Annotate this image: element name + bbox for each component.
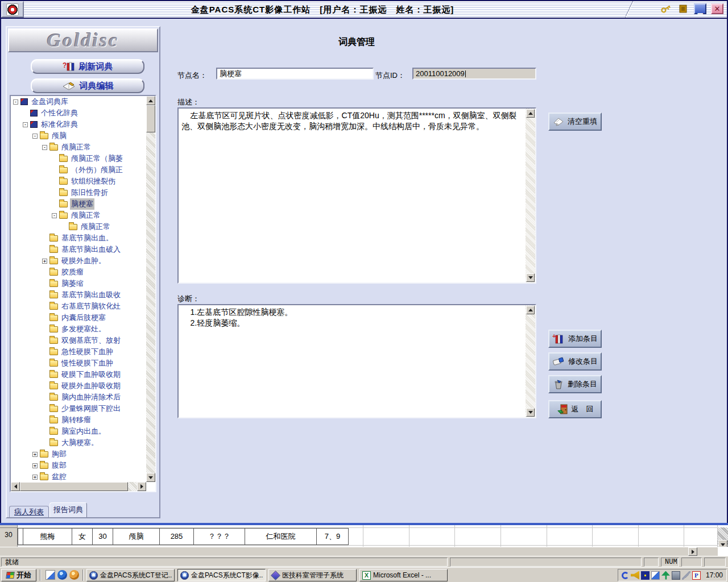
scroll-right-arrow[interactable] — [688, 547, 697, 556]
app-icon-box[interactable] — [1, 1, 24, 18]
tree-vertical-scrollbar[interactable] — [146, 96, 155, 482]
tree-item[interactable]: 基底节脑出血破入 — [11, 244, 146, 255]
description-textarea[interactable]: 左基底节区可见斑片状、点状密度减低影，CT值20Hu，测其范围*****cm，双… — [177, 107, 536, 284]
scroll-up-arrow[interactable] — [526, 306, 535, 314]
tab-report-dictionary[interactable]: 报告词典 — [49, 502, 87, 517]
tree-item[interactable]: 慢性硬膜下血肿 — [11, 357, 146, 369]
expander-plus-icon[interactable]: + — [42, 259, 47, 264]
expander-minus-icon[interactable]: - — [42, 145, 47, 150]
tree-item[interactable]: +腹部 — [11, 460, 146, 471]
tree-item[interactable]: 脑梗塞 — [11, 198, 146, 210]
excel-empty-cell[interactable] — [501, 525, 547, 547]
scrollbar-thumb[interactable] — [611, 547, 688, 556]
tree-item[interactable]: +硬膜外血肿。 — [11, 255, 146, 267]
scroll-down-arrow[interactable] — [526, 408, 535, 417]
modify-entry-button[interactable]: 修改条目 — [548, 352, 602, 371]
scrollbar-thumb[interactable] — [20, 482, 128, 491]
scroll-up-arrow[interactable] — [526, 109, 535, 118]
tree-item[interactable]: -金盘词典库 — [11, 96, 146, 107]
network-icon[interactable] — [672, 571, 680, 580]
excel-cell[interactable]: 熊梅 — [23, 528, 72, 545]
tree-item[interactable]: 硬膜下血肿吸收期 — [11, 369, 146, 380]
key-icon[interactable] — [660, 3, 672, 14]
tree-item[interactable]: 右基底节脑软化灶 — [11, 301, 146, 312]
start-button[interactable]: 开始 — [1, 569, 36, 581]
tree-item[interactable]: -颅脑正常 — [11, 142, 146, 153]
tree-item[interactable]: 基底节脑出血吸收 — [11, 289, 146, 301]
tree-item[interactable]: 脑转移瘤 — [11, 414, 146, 426]
pencil-icon[interactable] — [682, 571, 690, 580]
excel-cell[interactable]: 30 — [93, 528, 113, 545]
brush-icon[interactable] — [651, 571, 660, 580]
editor-icon[interactable] — [46, 570, 55, 580]
p-flag-icon[interactable] — [692, 571, 701, 580]
face-icon[interactable] — [69, 570, 79, 580]
volume-box-icon[interactable] — [641, 571, 650, 580]
excel-empty-cell[interactable] — [363, 525, 410, 547]
scrollbar-thumb[interactable] — [146, 105, 155, 132]
headset-icon[interactable] — [622, 572, 629, 579]
scroll-down-arrow[interactable] — [146, 473, 155, 482]
tab-patient-list[interactable]: 病人列表 — [9, 506, 49, 517]
expander-plus-icon[interactable]: + — [32, 475, 38, 480]
tree-item[interactable]: 颅脑正常（脑萎 — [11, 153, 146, 164]
tree-horizontal-scrollbar[interactable] — [11, 482, 146, 491]
tree-item[interactable]: 软组织挫裂伤 — [11, 176, 146, 187]
diagnosis-textarea[interactable]: 1.左基底节区腔隙性脑梗塞。 2.轻度脑萎缩。 — [177, 304, 536, 418]
excel-cell[interactable]: 仁和医院 — [245, 528, 317, 545]
node-id-input[interactable]: 200110012009 — [412, 68, 536, 80]
scroll-down-arrow[interactable] — [718, 540, 727, 547]
scroll-down-arrow[interactable] — [526, 273, 535, 282]
expander-minus-icon[interactable]: - — [23, 122, 28, 127]
diagnosis-scrollbar[interactable] — [526, 305, 535, 417]
expander-plus-icon[interactable]: + — [32, 463, 38, 468]
excel-cell[interactable]: 颅脑 — [113, 528, 160, 545]
refresh-dictionary-button[interactable]: ? 刷新词典 — [31, 59, 144, 74]
tree-item[interactable]: 急性硬膜下血肿 — [11, 346, 146, 357]
task-button[interactable]: 金盘PACS系统CT影像... — [177, 569, 266, 581]
excel-empty-cell[interactable] — [410, 525, 456, 547]
speaker-icon[interactable] — [631, 571, 639, 580]
excel-empty-cell[interactable] — [593, 525, 639, 547]
tree-item[interactable]: 多发梗塞灶。 — [11, 323, 146, 335]
excel-cell[interactable]: ？？？ — [194, 528, 245, 545]
tree-item[interactable]: 内囊后肢梗塞 — [11, 312, 146, 323]
tree-item[interactable]: 个性化辞典 — [11, 107, 146, 119]
task-button[interactable]: Microsoft Excel - ... — [359, 569, 448, 581]
scroll-left-arrow[interactable] — [11, 482, 20, 491]
description-scrollbar[interactable] — [526, 109, 535, 282]
excel-horizontal-scrollbar[interactable] — [0, 547, 718, 556]
add-entry-button[interactable]: + 添加条目 — [548, 330, 602, 348]
excel-cell[interactable]: 女 — [72, 528, 93, 545]
tree-item[interactable]: （外伤）颅脑正 — [11, 164, 146, 176]
task-button[interactable]: 医技科室管理子系统 — [268, 569, 357, 581]
scroll-up-arrow[interactable] — [146, 96, 155, 105]
expander-minus-icon[interactable]: - — [32, 134, 38, 139]
edit-dictionary-button[interactable]: 词典编辑 — [31, 78, 144, 93]
tree-item[interactable]: 硬膜外血肿吸收期 — [11, 380, 146, 392]
tree-item[interactable]: 少量蛛网膜下腔出 — [11, 403, 146, 414]
logout-icon[interactable] — [677, 3, 689, 14]
tree-item[interactable]: +胸部 — [11, 448, 146, 460]
task-button[interactable]: 金盘PACS系统CT登记... — [86, 569, 175, 581]
excel-row-header[interactable]: 30 — [0, 525, 18, 547]
tree-item[interactable]: 陈旧性骨折 — [11, 187, 146, 198]
tree-item[interactable]: 颅脑正常 — [11, 221, 146, 232]
clear-refill-button[interactable]: 清空重填 — [548, 113, 602, 131]
excel-empty-cell[interactable] — [639, 525, 685, 547]
excel-cell[interactable]: 285 — [160, 528, 194, 545]
tree-item[interactable]: +盆腔 — [11, 471, 146, 482]
return-button[interactable]: 返 回 — [548, 400, 602, 418]
excel-empty-cell[interactable] — [684, 525, 718, 547]
scroll-right-arrow[interactable] — [137, 482, 146, 491]
expander-minus-icon[interactable]: - — [52, 213, 57, 218]
tree-item[interactable]: 脑萎缩 — [11, 278, 146, 289]
excel-vertical-scrollbar[interactable] — [718, 527, 728, 547]
minimize-button[interactable]: ▁ — [694, 3, 706, 14]
expander-plus-icon[interactable]: + — [32, 452, 38, 457]
messenger-icon[interactable] — [57, 570, 67, 580]
expander-minus-icon[interactable]: - — [13, 99, 18, 105]
node-name-input[interactable]: 脑梗塞 — [216, 68, 374, 80]
tree-item[interactable]: 双侧基底节、放射 — [11, 335, 146, 346]
tree-item[interactable]: 基底节脑出血。 — [11, 232, 146, 244]
